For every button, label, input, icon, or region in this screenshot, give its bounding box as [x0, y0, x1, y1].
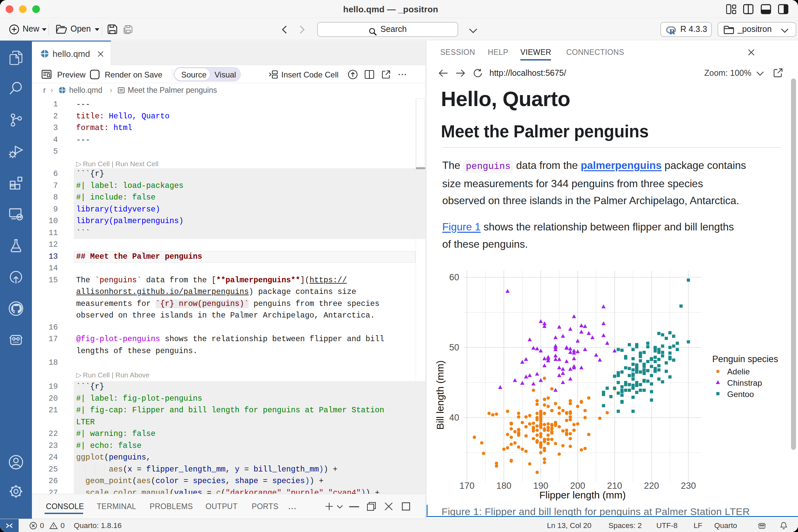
svg-text:230: 230	[681, 481, 696, 491]
svg-text:Penguin species: Penguin species	[712, 354, 778, 364]
svg-text:60: 60	[449, 272, 459, 282]
svg-text:Gentoo: Gentoo	[727, 390, 754, 399]
svg-text:180: 180	[496, 481, 511, 491]
svg-text:R: R	[669, 27, 675, 35]
svg-text:40: 40	[449, 413, 459, 423]
svg-text:50: 50	[449, 342, 459, 353]
svg-text:Adelie: Adelie	[727, 367, 750, 376]
svg-text:Bill length (mm): Bill length (mm)	[435, 360, 445, 430]
svg-text:170: 170	[459, 481, 474, 491]
svg-text:Flipper length (mm): Flipper length (mm)	[539, 490, 626, 500]
svg-text:Chinstrap: Chinstrap	[727, 378, 762, 387]
svg-text:220: 220	[644, 481, 659, 491]
